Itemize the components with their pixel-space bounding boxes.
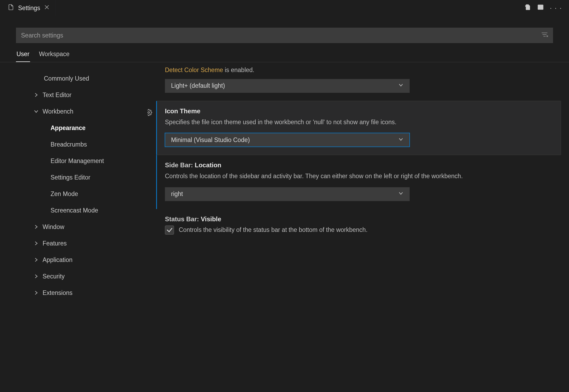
tab-group: Settings — [0, 0, 56, 16]
chevron-down-icon — [398, 82, 404, 89]
tree-window[interactable]: Window — [0, 219, 148, 235]
settings-body: Commonly Used Text Editor Workbench Appe… — [0, 62, 569, 392]
tree-label: Workbench — [43, 108, 73, 115]
tree-zen-mode[interactable]: Zen Mode — [0, 186, 148, 202]
setting-link[interactable]: Detect Color Scheme — [165, 66, 223, 73]
sidebar-location-select[interactable]: right — [165, 187, 410, 201]
chevron-right-icon — [34, 257, 43, 262]
chevron-right-icon — [34, 290, 43, 295]
select-value: right — [171, 190, 183, 198]
setting-sidebar-location: Side Bar: Location Controls the location… — [156, 155, 561, 209]
settings-tree: Commonly Used Text Editor Workbench Appe… — [0, 62, 148, 392]
gear-icon[interactable] — [148, 109, 152, 118]
setting-description: Detect Color Scheme is enabled. — [165, 65, 553, 75]
setting-title: Icon Theme — [165, 107, 553, 115]
chevron-down-icon — [398, 136, 404, 144]
scope-tab-workspace[interactable]: Workspace — [39, 51, 70, 62]
chevron-down-icon — [34, 109, 43, 114]
tree-label: Application — [43, 256, 73, 264]
tree-label: Extensions — [43, 289, 73, 297]
setting-preferred-light-theme: Detect Color Scheme is enabled. Light+ (… — [156, 65, 561, 101]
tree-label: Security — [43, 273, 65, 280]
select-value: Minimal (Visual Studio Code) — [171, 136, 250, 144]
search-input[interactable] — [21, 32, 541, 39]
tree-editor-management[interactable]: Editor Management — [0, 153, 148, 169]
tree-workbench[interactable]: Workbench — [0, 103, 148, 120]
chevron-right-icon — [34, 224, 43, 230]
scope-tabs: User Workspace — [0, 43, 569, 62]
icon-theme-select[interactable]: Minimal (Visual Studio Code) — [165, 133, 410, 147]
setting-status-bar-visible: Status Bar: Visible Controls the visibil… — [156, 209, 561, 237]
tree-label: Features — [43, 240, 67, 247]
tree-extensions[interactable]: Extensions — [0, 285, 148, 301]
setting-description: Specifies the file icon theme used in th… — [165, 118, 553, 127]
clear-filter-icon[interactable] — [541, 32, 548, 39]
setting-description: Controls the visibility of the status ba… — [179, 226, 368, 233]
tree-label: Text Editor — [43, 91, 72, 99]
editor-actions: · · · — [524, 4, 566, 12]
settings-content: Detect Color Scheme is enabled. Light+ (… — [148, 62, 569, 392]
select-value: Light+ (default light) — [171, 82, 225, 89]
settings-search[interactable] — [16, 28, 553, 43]
tree-features[interactable]: Features — [0, 235, 148, 252]
checkbox-row: Controls the visibility of the status ba… — [165, 226, 553, 235]
tree-text-editor[interactable]: Text Editor — [0, 87, 148, 103]
chevron-down-icon — [398, 190, 404, 198]
setting-title: Side Bar: Location — [165, 161, 553, 169]
tree-appearance[interactable]: Appearance — [0, 120, 148, 136]
editor-tab-bar: Settings · · · — [0, 0, 569, 16]
tree-breadcrumbs[interactable]: Breadcrumbs — [0, 136, 148, 153]
status-bar-checkbox[interactable] — [165, 226, 174, 235]
split-editor-icon[interactable] — [537, 4, 544, 12]
file-icon — [7, 4, 14, 12]
tree-settings-editor[interactable]: Settings Editor — [0, 169, 148, 186]
tree-commonly-used[interactable]: Commonly Used — [0, 70, 148, 87]
tab-settings[interactable]: Settings — [0, 0, 56, 16]
settings-search-wrap — [0, 16, 569, 43]
chevron-right-icon — [34, 274, 43, 279]
tree-application[interactable]: Application — [0, 252, 148, 268]
svg-point-9 — [148, 111, 150, 113]
tree-screencast-mode[interactable]: Screencast Mode — [0, 202, 148, 219]
light-theme-select[interactable]: Light+ (default light) — [165, 79, 410, 93]
chevron-right-icon — [34, 241, 43, 246]
close-icon[interactable] — [44, 4, 50, 12]
tab-title: Settings — [18, 5, 40, 12]
setting-description: Controls the location of the sidebar and… — [165, 172, 553, 181]
scope-tab-user[interactable]: User — [16, 51, 30, 62]
setting-title: Status Bar: Visible — [165, 215, 553, 223]
tree-label: Window — [43, 223, 64, 231]
more-actions-icon[interactable]: · · · — [550, 4, 562, 12]
setting-icon-theme: Icon Theme Specifies the file icon theme… — [156, 101, 561, 155]
open-changes-icon[interactable] — [524, 4, 531, 12]
chevron-right-icon — [34, 92, 43, 98]
tree-security[interactable]: Security — [0, 268, 148, 285]
